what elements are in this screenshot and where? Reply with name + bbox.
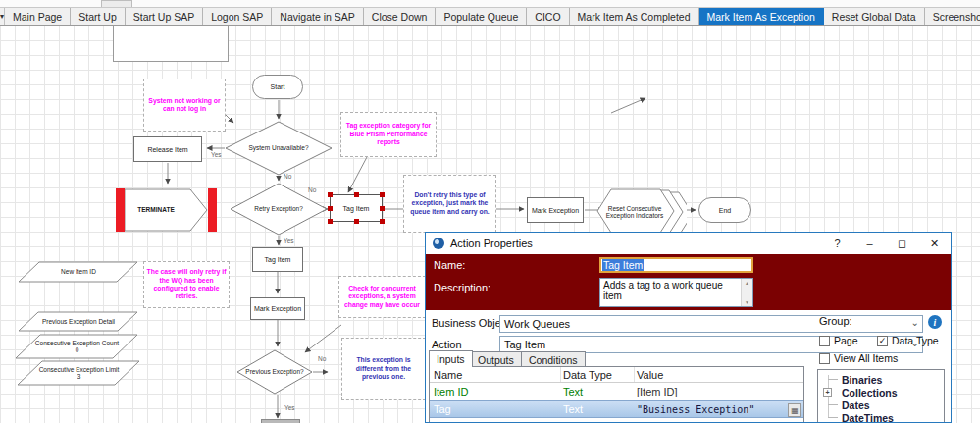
edge-label-yes: Yes	[284, 404, 295, 411]
tab-mark-item-as-exception[interactable]: Mark Item As Exception	[699, 8, 824, 25]
dialog-title: Action Properties	[450, 238, 533, 249]
tab-navigate-in-sap[interactable]: Navigate in SAP	[272, 8, 363, 25]
tab-start-up[interactable]: Start Up	[71, 8, 126, 25]
stage-end[interactable]: End	[698, 197, 751, 223]
tab-screenshot[interactable]: Screenshot	[925, 8, 980, 25]
stage-tag-item-selected[interactable]: Tag Item	[330, 194, 383, 222]
tab-reset-global-data[interactable]: Reset Global Data	[824, 8, 925, 25]
tab-mark-item-as-completed[interactable]: Mark Item As Completed	[570, 8, 699, 25]
window-chrome-strip	[0, 0, 980, 8]
action-properties-dialog: Action Properties ? – ◻ ✕ Name: Tag Item…	[425, 232, 952, 423]
action-label: Action	[432, 339, 462, 350]
tab-conditions[interactable]: Conditions	[521, 351, 586, 367]
expression-editor-button[interactable]: ▦	[788, 403, 801, 417]
checkbox-data-type[interactable]: ✓Data Type	[877, 335, 939, 346]
selection-handle[interactable]	[328, 206, 333, 211]
scroll-up-icon[interactable]: ▲	[745, 280, 749, 286]
table-row[interactable]: Item ID Text [Item ID]	[430, 383, 803, 400]
decision-previous-exception[interactable]: Previous Exception?	[236, 349, 313, 395]
data-item-new-item-id[interactable]: New Item ID	[18, 261, 139, 283]
business-object-select[interactable]: Work Queues ⌄	[499, 315, 923, 333]
note-tag-exception-category[interactable]: Tag exception category for Blue Prism Pe…	[340, 112, 437, 157]
description-label: Description:	[434, 282, 490, 293]
stage-tag-item-2[interactable]: Tag Item	[252, 247, 303, 272]
checkbox-box[interactable]	[819, 336, 830, 346]
scroll-down-icon[interactable]: ▼	[745, 299, 749, 305]
table-row-selected[interactable]: Tag Text "Business Exception" ▦	[430, 400, 803, 418]
selection-handle[interactable]	[328, 192, 333, 197]
selection-handle[interactable]	[380, 206, 385, 211]
note-system-not-working[interactable]: System not working or can not log in	[143, 79, 226, 132]
note-dont-retry[interactable]: Don't retry this type of exception, just…	[403, 175, 496, 233]
checkbox-box[interactable]	[819, 353, 830, 364]
dialog-header-panel: Name: Tag Item Description: Adds a tag t…	[426, 254, 951, 310]
close-icon[interactable]: ✕	[918, 233, 951, 254]
info-icon[interactable]: i	[928, 315, 942, 329]
tab-outputs[interactable]: Outputs	[470, 351, 522, 367]
checkbox-box-checked[interactable]: ✓	[877, 336, 888, 346]
edge-label-yes: Yes	[284, 238, 294, 244]
window-buttons: ? – ◻ ✕	[821, 233, 951, 254]
edge-label-yes: Yes	[211, 151, 222, 158]
tab-populate-queue[interactable]: Populate Queue	[436, 8, 527, 25]
data-item-tree: Binaries +Collections Dates DateTimes	[817, 369, 945, 423]
name-input[interactable]: Tag Item	[599, 257, 753, 273]
blueprism-icon	[433, 238, 444, 249]
edge-label-no: No	[318, 355, 326, 362]
table-header: Name Data Type Value	[430, 367, 803, 383]
stage-mark-exception[interactable]: Mark Exception	[527, 197, 584, 223]
dialog-title-bar[interactable]: Action Properties ? – ◻ ✕	[426, 233, 951, 254]
stage-start[interactable]: Start	[252, 75, 303, 99]
selection-handle[interactable]	[354, 192, 359, 197]
selection-handle[interactable]	[354, 219, 359, 224]
tab-cico[interactable]: CICO	[527, 8, 569, 25]
note-case-will-only-retry[interactable]: The case will only retry if the WQ has b…	[143, 261, 230, 308]
stage-reset-consecutive-indicators[interactable]: Reset ConsecutiveException Indicators	[596, 186, 687, 238]
tree-item-binaries[interactable]: Binaries	[818, 373, 944, 386]
edge-label-no: No	[284, 173, 291, 180]
group-label: Group:	[819, 315, 852, 327]
decision-system-unavailable[interactable]: System Unavailable?	[225, 121, 333, 176]
checkbox-page[interactable]: Page	[819, 335, 858, 346]
help-icon[interactable]: ?	[821, 233, 853, 254]
minimize-icon[interactable]: –	[853, 233, 886, 254]
inputs-table: Name Data Type Value Item ID Text [Item …	[429, 366, 804, 423]
data-item-consecutive-exception-limit[interactable]: Consecutive Exception Limit3	[17, 360, 141, 386]
chrome-tab-stub	[101, 0, 132, 7]
tree-item-dates[interactable]: Dates	[818, 398, 944, 411]
chevron-down-icon: ⌄	[911, 317, 919, 328]
tab-logon-sap[interactable]: Logon SAP	[203, 8, 272, 25]
stage-release-item[interactable]: Release Item	[133, 136, 202, 162]
stage-terminate[interactable]: TERMINATE	[114, 186, 218, 234]
edge-label-no: No	[308, 186, 316, 193]
note-this-exception-different[interactable]: This exception is different from the pre…	[341, 338, 426, 400]
note-check-concurrent[interactable]: Check for concurrent exceptions, a syste…	[338, 276, 426, 318]
tab-inputs[interactable]: Inputs	[429, 350, 473, 367]
tab-main-page[interactable]: Main Page	[5, 8, 71, 25]
cutoff-stage-box[interactable]	[113, 26, 229, 62]
data-item-consecutive-exception-count[interactable]: Consecutive Exception Count0	[15, 334, 139, 359]
selection-handle[interactable]	[328, 219, 333, 224]
checkbox-view-all-items[interactable]: View All Items	[819, 352, 898, 364]
data-item-previous-exception-detail[interactable]: Previous Exception Detail	[18, 311, 139, 332]
description-scrollbar[interactable]: ▲ ▼	[741, 279, 752, 306]
tab-start-up-sap[interactable]: Start Up SAP	[126, 8, 203, 25]
tab-close-down[interactable]: Close Down	[364, 8, 437, 25]
tree-item-datetimes[interactable]: DateTimes	[818, 411, 944, 423]
page-tab-bar: ▾ Main Page Start Up Start Up SAP Logon …	[0, 8, 980, 26]
expand-icon[interactable]: +	[823, 388, 832, 397]
maximize-icon[interactable]: ◻	[886, 233, 918, 254]
name-label: Name:	[434, 259, 465, 271]
selection-handle[interactable]	[380, 192, 385, 197]
selection-handle[interactable]	[380, 219, 385, 224]
stage-mark-exception-2[interactable]: Mark Exception	[250, 297, 305, 320]
tree-item-collections[interactable]: +Collections	[818, 386, 944, 398]
cutoff-bottom-stage[interactable]	[261, 419, 300, 423]
description-input[interactable]: Adds a tag to a work queue item ▲ ▼	[599, 278, 753, 307]
business-object-label: Business Object	[432, 317, 509, 329]
